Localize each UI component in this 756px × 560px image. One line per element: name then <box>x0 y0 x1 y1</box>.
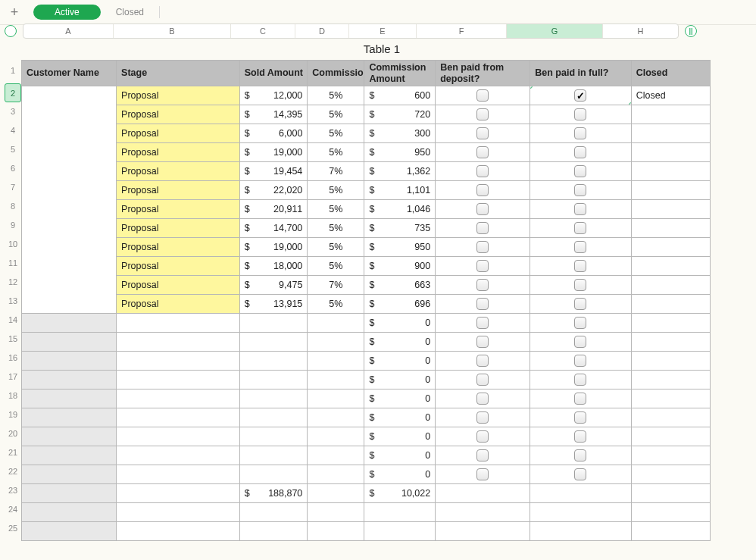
cell-deposit-paid[interactable] <box>436 484 530 503</box>
row-number[interactable]: 14 <box>5 311 21 330</box>
cell-paid-in-full[interactable] <box>530 238 631 257</box>
cell-paid-in-full[interactable] <box>530 257 631 276</box>
checkbox-deposit[interactable] <box>476 146 489 158</box>
checkbox-deposit[interactable] <box>476 108 489 120</box>
cell-paid-in-full[interactable] <box>530 143 631 162</box>
cell-sold-amount[interactable]: $13,915 <box>239 295 308 314</box>
cell-deposit-paid[interactable] <box>436 389 530 408</box>
cell-sold-amount[interactable]: $20,911 <box>239 200 308 219</box>
cell-commission-amount[interactable]: $600 <box>364 86 436 105</box>
checkbox-paid-full[interactable] <box>574 165 586 177</box>
cell[interactable] <box>117 503 240 522</box>
checkbox-deposit[interactable] <box>476 298 489 310</box>
header-customer-name[interactable]: Customer Name <box>22 61 117 86</box>
cell-commission-pct[interactable] <box>308 352 364 371</box>
checkbox-paid-full[interactable] <box>574 393 586 405</box>
cell-customer-name[interactable] <box>22 408 117 427</box>
column-letter-E[interactable]: E <box>349 24 417 38</box>
column-letter-F[interactable]: F <box>417 24 507 38</box>
cell-commission-amount[interactable]: $950 <box>364 238 436 257</box>
cell-customer-name[interactable] <box>22 427 117 446</box>
header-deposit-paid[interactable]: Ben paid fromdeposit? <box>436 61 530 86</box>
cell-sold-amount[interactable]: $14,395 <box>239 105 308 124</box>
cell[interactable] <box>436 522 530 541</box>
cell-paid-in-full[interactable] <box>530 276 631 295</box>
cell-closed[interactable] <box>631 105 710 124</box>
checkbox-paid-full[interactable] <box>574 108 586 120</box>
checkbox-deposit[interactable] <box>476 260 489 272</box>
cell-customer-name[interactable] <box>22 352 117 371</box>
checkbox-paid-full[interactable] <box>574 468 586 480</box>
checkbox-paid-full[interactable] <box>574 430 586 443</box>
cell-closed[interactable] <box>631 124 710 143</box>
cell-deposit-paid[interactable] <box>436 162 530 181</box>
cell[interactable] <box>308 522 364 541</box>
header-commission-amount[interactable]: CommissionAmount <box>364 61 436 86</box>
cell-deposit-paid[interactable] <box>436 408 530 427</box>
cell-commission-pct[interactable] <box>308 333 364 352</box>
cell-commission-pct[interactable] <box>308 371 364 389</box>
cell-paid-in-full[interactable] <box>530 333 631 352</box>
cell[interactable] <box>239 522 308 541</box>
row-number[interactable]: 1 <box>5 58 21 83</box>
cell-paid-in-full[interactable] <box>530 314 631 333</box>
cell-stage[interactable] <box>117 333 240 352</box>
row-number[interactable]: 18 <box>5 386 21 405</box>
cell-closed[interactable] <box>631 219 710 238</box>
cell-deposit-paid[interactable] <box>436 219 530 238</box>
cell-closed[interactable] <box>631 389 710 408</box>
cell-stage[interactable] <box>117 314 240 333</box>
cell-commission-amount[interactable]: $663 <box>364 276 436 295</box>
cell[interactable] <box>239 503 308 522</box>
cell-sold-amount[interactable] <box>239 408 308 427</box>
checkbox-deposit[interactable] <box>476 411 489 424</box>
checkbox-paid-full[interactable] <box>574 89 586 102</box>
cell-stage[interactable]: Proposal <box>117 181 240 200</box>
cell[interactable] <box>308 503 364 522</box>
checkbox-paid-full[interactable] <box>574 146 586 158</box>
checkbox-deposit[interactable] <box>476 89 489 102</box>
checkbox-deposit[interactable] <box>476 355 489 367</box>
row-number[interactable]: 2 <box>5 83 21 102</box>
cell-sold-amount[interactable]: $9,475 <box>239 276 308 295</box>
cell-paid-in-full[interactable] <box>530 371 631 389</box>
origin-button[interactable] <box>5 25 17 37</box>
checkbox-paid-full[interactable] <box>574 411 586 424</box>
cell-commission-amount[interactable]: $696 <box>364 295 436 314</box>
checkbox-paid-full[interactable] <box>574 203 586 215</box>
cell-stage[interactable]: Proposal <box>117 276 240 295</box>
cell[interactable] <box>631 522 710 541</box>
checkbox-paid-full[interactable] <box>574 184 586 196</box>
cell-deposit-paid[interactable] <box>436 276 530 295</box>
checkbox-deposit[interactable] <box>476 222 489 234</box>
cell-commission-pct[interactable] <box>308 427 364 446</box>
cell-paid-in-full[interactable] <box>530 219 631 238</box>
cell-customer-name[interactable] <box>22 333 117 352</box>
column-letter-B[interactable]: B <box>114 24 231 38</box>
checkbox-deposit[interactable] <box>476 393 489 405</box>
cell-commission-pct[interactable]: 5% <box>308 86 364 105</box>
cell-commission-pct[interactable] <box>308 446 364 465</box>
cell-commission-pct[interactable]: 5% <box>308 295 364 314</box>
cell-stage[interactable] <box>117 408 240 427</box>
cell-commission-amount[interactable]: $0 <box>364 352 436 371</box>
cell-customer-name[interactable] <box>22 465 117 484</box>
cell-commission-pct[interactable]: 5% <box>308 124 364 143</box>
cell-commission-amount[interactable]: $735 <box>364 219 436 238</box>
cell-commission-amount[interactable]: $1,362 <box>364 162 436 181</box>
cell-paid-in-full[interactable] <box>530 484 631 503</box>
cell-stage[interactable]: Proposal <box>117 105 240 124</box>
cell-commission-amount[interactable]: $950 <box>364 143 436 162</box>
cell-deposit-paid[interactable] <box>436 200 530 219</box>
cell-commission-total[interactable]: $10,022 <box>364 484 436 503</box>
cell-deposit-paid[interactable] <box>436 295 530 314</box>
row-number[interactable]: 19 <box>5 405 21 424</box>
cell-customer-name[interactable] <box>22 314 117 333</box>
cell-closed[interactable] <box>631 181 710 200</box>
checkbox-paid-full[interactable] <box>574 298 586 310</box>
cell-stage[interactable]: Proposal <box>117 238 240 257</box>
cell-commission-pct[interactable] <box>308 408 364 427</box>
cell-paid-in-full[interactable] <box>530 446 631 465</box>
cell-paid-in-full[interactable] <box>530 124 631 143</box>
cell-commission-pct[interactable]: 7% <box>308 276 364 295</box>
